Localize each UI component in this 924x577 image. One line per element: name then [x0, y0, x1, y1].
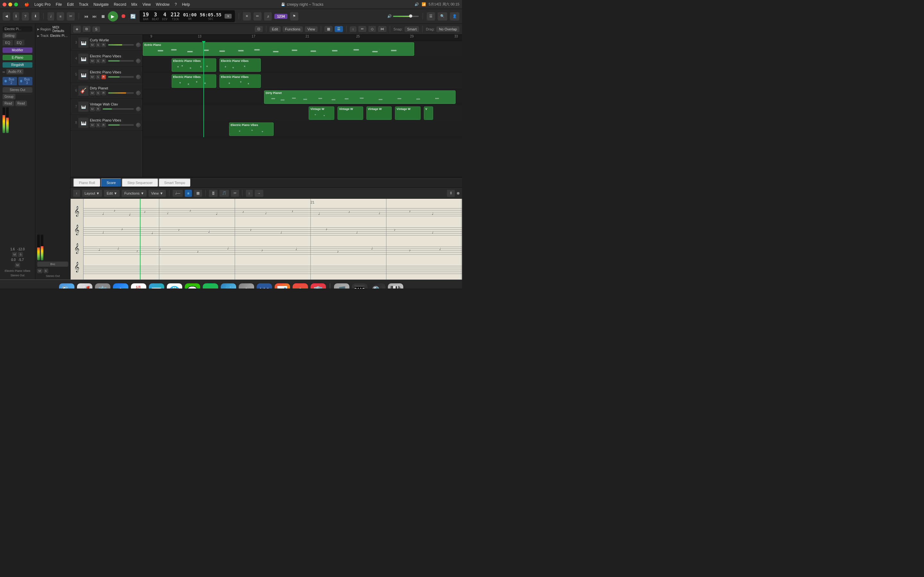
toolbar-tune-btn[interactable]: ♩: [47, 12, 54, 21]
dock-word[interactable]: W: [257, 284, 272, 289]
pan-knob-8[interactable]: [136, 123, 141, 127]
score-btn[interactable]: ♬: [264, 12, 272, 21]
s-btn-4[interactable]: S: [96, 59, 100, 63]
ringshift-btn[interactable]: Ringshift: [3, 62, 32, 68]
epiano-btn[interactable]: E-Piano: [3, 55, 32, 60]
s-btn-5[interactable]: S: [96, 75, 100, 79]
functions-btn[interactable]: Functions: [283, 26, 303, 32]
dock-acrobat[interactable]: A: [292, 284, 308, 289]
r-btn-5[interactable]: R: [102, 75, 106, 79]
clip-4-2[interactable]: Electric Piano Vibes: [220, 58, 261, 72]
dock-storage[interactable]: 💾: [388, 284, 403, 289]
minimize-btn[interactable]: [8, 3, 12, 6]
pan-knob-3[interactable]: [136, 43, 141, 47]
menu-track[interactable]: Track: [79, 2, 89, 7]
tab-piano-roll[interactable]: Piano Roll: [73, 178, 101, 187]
m-btn-4[interactable]: M: [90, 59, 95, 63]
eq-btn-right[interactable]: EQ: [14, 40, 24, 45]
drag-value-btn[interactable]: No Overlap: [436, 26, 459, 32]
metronome-btn[interactable]: ⚑: [290, 12, 298, 21]
bus2-btn[interactable]: Bus 2: [3, 77, 17, 85]
m-btn-6[interactable]: M: [90, 91, 95, 95]
score-zoom-btn[interactable]: ⇕: [447, 190, 455, 197]
r-btn-6[interactable]: R: [102, 91, 106, 95]
r-btn-3[interactable]: R: [102, 43, 106, 47]
smart-controls-btn[interactable]: ✕: [243, 12, 251, 21]
dock-spotify[interactable]: ♪: [203, 284, 218, 289]
menu-apple[interactable]: 🍎: [24, 2, 29, 7]
clip-7-1[interactable]: Vintage W: [309, 106, 334, 120]
pan-knob-6[interactable]: [136, 91, 141, 95]
clip-5-1[interactable]: Electric Piano Vibes: [172, 74, 216, 88]
dock-appstore[interactable]: A: [113, 284, 128, 289]
grid-btn[interactable]: ▦: [325, 26, 333, 32]
m-btn[interactable]: M: [12, 252, 17, 257]
edit-btn[interactable]: Edit: [270, 26, 281, 32]
maximize-btn[interactable]: [14, 3, 18, 6]
menu-edit[interactable]: Edit: [67, 2, 74, 7]
clip-5-2[interactable]: Electric Piano Vibes: [220, 74, 261, 88]
menu-window[interactable]: Window: [156, 2, 170, 7]
bus3-btn[interactable]: Bus 3: [18, 77, 33, 85]
r-btn-7[interactable]: R: [96, 107, 101, 111]
stop-btn[interactable]: ⏹: [99, 13, 107, 19]
vol-3[interactable]: [108, 44, 134, 45]
menu-help[interactable]: ?: [175, 2, 177, 7]
toolbar-back-btn[interactable]: ◀: [3, 12, 10, 21]
vol-5[interactable]: [108, 76, 134, 77]
clip-4-1[interactable]: Electric Piano Vibes: [172, 58, 216, 72]
fast-forward-btn[interactable]: ⏭: [91, 13, 98, 19]
dock-finder[interactable]: 🔍: [59, 284, 74, 289]
menu-record[interactable]: Record: [114, 2, 126, 7]
dock-itunes[interactable]: 🎵: [334, 284, 349, 289]
r-btn-4[interactable]: R: [102, 59, 106, 63]
add-track-btn[interactable]: +: [73, 26, 81, 33]
m-btn-7[interactable]: M: [90, 107, 95, 111]
pencil-btn[interactable]: ✏: [254, 12, 262, 21]
score-notes-btn[interactable]: 🎵: [220, 190, 229, 197]
clip-8-1[interactable]: Electric Piano Vibes: [229, 122, 274, 136]
clip-7-4[interactable]: Vintage W: [395, 106, 421, 120]
read-btn-right[interactable]: Read: [15, 101, 27, 106]
record-btn[interactable]: ⏺: [120, 12, 128, 20]
menu-logicpro[interactable]: Logic Pro: [34, 2, 51, 7]
score-up-btn[interactable]: ↑: [73, 190, 80, 197]
score-midi-btn[interactable]: 🎛: [209, 190, 218, 197]
dock-numbers[interactable]: 📊: [275, 284, 290, 289]
time-format-btn[interactable]: ▼: [225, 14, 232, 19]
vol-6[interactable]: [108, 92, 134, 93]
group-btn[interactable]: Group: [3, 94, 15, 99]
duplicate-btn[interactable]: ⧉: [83, 26, 90, 32]
eq-btn-left[interactable]: EQ: [3, 40, 13, 45]
menu-navigate[interactable]: Navigate: [94, 2, 108, 7]
toolbar-download-btn[interactable]: ⬇: [31, 12, 39, 21]
dock-syspreferences[interactable]: ⚙️: [95, 284, 110, 289]
score-grid-btn[interactable]: ▦: [194, 190, 202, 197]
toolbar-scissors-btn[interactable]: ✂: [67, 12, 75, 21]
s-btn[interactable]: S: [18, 252, 23, 257]
score-note-btn[interactable]: ♩—: [173, 190, 183, 197]
score-bar-btn[interactable]: ≡: [185, 190, 192, 197]
cycle-btn[interactable]: 🔄: [129, 13, 137, 19]
m-btn-8[interactable]: M: [90, 123, 95, 127]
pointer-btn[interactable]: ↑: [350, 26, 357, 32]
eraser-btn[interactable]: ◇: [368, 26, 376, 32]
vol-7[interactable]: [103, 108, 134, 110]
splice-btn[interactable]: ⋈: [378, 26, 387, 32]
score-pointer-btn[interactable]: ↑: [246, 190, 253, 197]
view-btn[interactable]: View: [305, 26, 318, 32]
vol-4[interactable]: [108, 60, 134, 61]
setting-btn[interactable]: Setting: [3, 33, 16, 39]
bnc-btn[interactable]: Bnc: [37, 261, 68, 267]
tab-smart-tempo[interactable]: Smart Tempo: [158, 178, 191, 187]
score-functions-btn[interactable]: Functions ▼: [121, 190, 147, 197]
m-btn2[interactable]: M: [15, 263, 20, 268]
dock-wechat[interactable]: 💬: [185, 284, 200, 289]
region-expand[interactable]: ▶ Region: MIDI Defaults: [37, 26, 68, 33]
dock-mindnode[interactable]: 🗻: [221, 284, 236, 289]
r-btn-8[interactable]: R: [102, 123, 106, 127]
tab-score[interactable]: Score: [101, 178, 121, 187]
snap-value-btn[interactable]: Smart: [405, 26, 419, 32]
inspector-m-btn[interactable]: M: [37, 269, 42, 273]
menu-file[interactable]: File: [56, 2, 62, 7]
